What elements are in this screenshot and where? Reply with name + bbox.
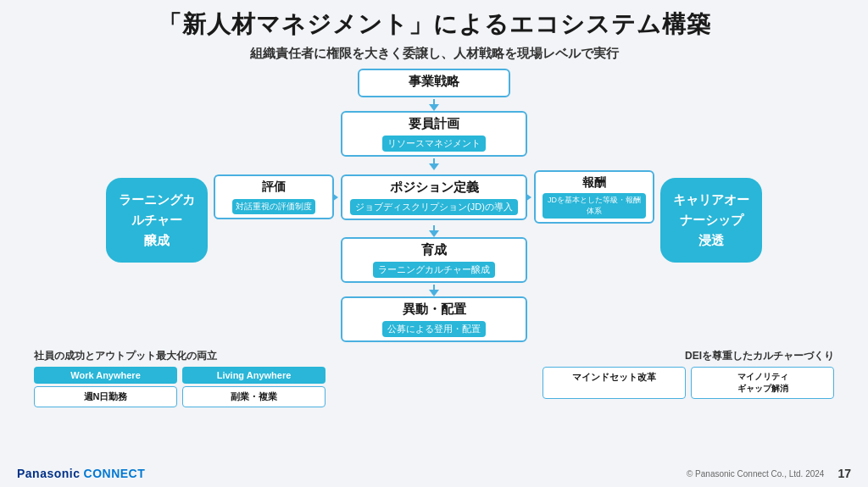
subtitle-area: 組織責任者に権限を大きく委譲し、人材戦略を現場レベルで実行 — [17, 46, 851, 62]
minority-tag: マイノリティ ギャップ解消 — [691, 367, 834, 399]
ido-badge: 公募による登用・配置 — [382, 321, 486, 337]
jigyo-senryaku-box: 事業戦略 — [358, 69, 510, 97]
ido-box: 異動・配置 公募による登用・配置 — [341, 296, 527, 342]
left-pill: ラーニングカルチャー 醸成 — [106, 178, 208, 263]
yoin-badge: リソースマネジメント — [382, 136, 486, 152]
living-anywhere-tag: Living Anywhere — [182, 367, 326, 384]
title-area: 「新人材マネジメント」によるエコシステム構築 — [17, 8, 851, 41]
footer-right: © Panasonic Connect Co., Ltd. 2024 17 — [687, 467, 851, 480]
hoshu-title: 報酬 — [542, 175, 646, 191]
page-title: 「新人材マネジメント」によるエコシステム構築 — [17, 8, 851, 41]
position-badge: ジョブディスクリプション(JD)の導入 — [350, 199, 518, 215]
mindset-tag: マインドセット改革 — [542, 367, 686, 399]
position-title: ポジション定義 — [349, 180, 519, 196]
hyoka-badge: 対話重視の評価制度 — [232, 199, 315, 214]
ikusei-title: 育成 — [349, 242, 519, 258]
jigyo-title: 事業戦略 — [366, 74, 502, 90]
footer: Panasonic CONNECT © Panasonic Connect Co… — [17, 467, 851, 480]
right-pill: キャリアオーナーシップ 浸透 — [660, 178, 762, 263]
bottom-left-label: 社員の成功とアウトプット最大化の両立 — [34, 349, 326, 363]
ikusei-box: 育成 ラーニングカルチャー醸成 — [341, 237, 527, 283]
logo: Panasonic CONNECT — [17, 467, 145, 480]
hoshu-box: 報酬 JDを基本とした等級・報酬体系 — [534, 170, 654, 224]
arrow1 — [429, 99, 439, 111]
copyright-text: © Panasonic Connect Co., Ltd. 2024 — [687, 469, 824, 479]
ido-title: 異動・配置 — [349, 302, 519, 318]
hyoka-title: 評価 — [222, 180, 326, 195]
position-def-box: ポジション定義 ジョブディスクリプション(JD)の導入 — [341, 174, 527, 220]
hoshu-badge: JDを基本とした等級・報酬体系 — [542, 193, 646, 219]
ikusei-badge: ラーニングカルチャー醸成 — [373, 262, 495, 278]
arrow3 — [429, 225, 439, 237]
bottom-right-label: DEIを尊重したカルチャーづくり — [542, 349, 834, 363]
living-sub-tag: 副業・複業 — [182, 386, 326, 407]
hyoka-box: 評価 対話重視の評価制度 — [214, 174, 334, 219]
connect-brand: CONNECT — [84, 467, 146, 480]
slide: 「新人材マネジメント」によるエコシステム構築 組織責任者に権限を大きく委譲し、人… — [0, 0, 868, 487]
bottom-right-section: DEIを尊重したカルチャーづくり マインドセット改革 マイノリティ ギャップ解消 — [542, 349, 834, 399]
page-number: 17 — [837, 467, 851, 480]
work-sub-tag: 週N日勤務 — [34, 386, 177, 407]
arrow4 — [429, 285, 439, 296]
arrow2 — [429, 158, 439, 170]
yoin-title: 要員計画 — [349, 116, 519, 132]
subtitle: 組織責任者に権限を大きく委譲し、人材戦略を現場レベルで実行 — [17, 46, 851, 62]
bottom-left-section: 社員の成功とアウトプット最大化の両立 Work Anywhere Living … — [34, 349, 326, 407]
panasonic-brand: Panasonic — [17, 467, 81, 480]
yoin-keikaku-box: 要員計画 リソースマネジメント — [341, 111, 527, 157]
work-anywhere-tag: Work Anywhere — [34, 367, 177, 384]
